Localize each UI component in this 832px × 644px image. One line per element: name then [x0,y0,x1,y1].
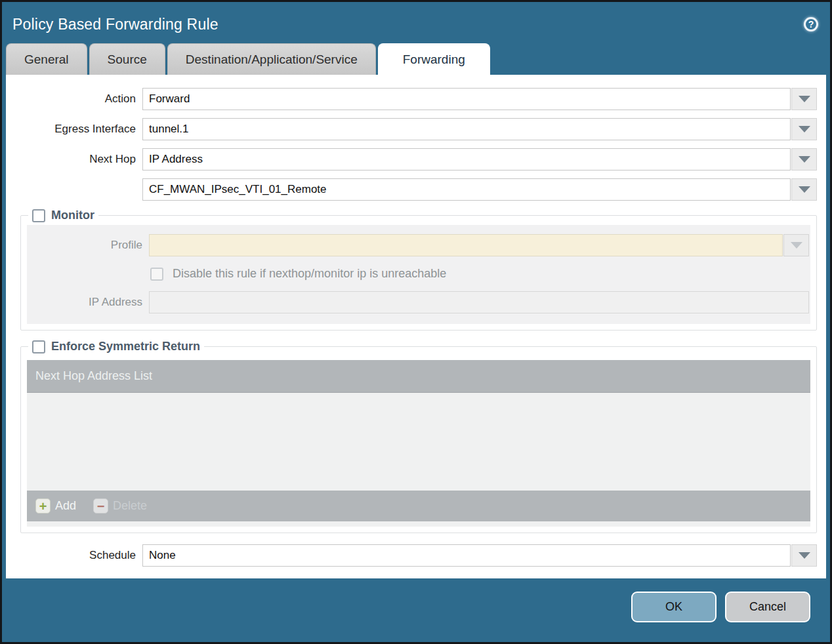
delete-button: − Delete [93,498,147,513]
chevron-down-icon [799,186,810,193]
policy-based-forwarding-rule-dialog: Policy Based Forwarding Rule ? General S… [0,0,832,644]
tab-bar: General Source Destination/Application/S… [2,43,830,75]
cancel-button[interactable]: Cancel [725,592,810,622]
schedule-combo [142,544,817,567]
next-hop-row: Next Hop [15,148,817,171]
next-hop-address-list-body[interactable] [27,393,810,491]
monitor-legend: Monitor [28,209,98,222]
egress-interface-row: Egress Interface [15,118,817,140]
enforce-symmetric-return-legend-label: Enforce Symmetric Return [51,340,200,353]
action-combo [142,88,817,110]
next-hop-combo [142,148,817,171]
chevron-down-icon [799,552,810,559]
minus-icon: − [93,498,108,513]
next-hop-address-list-table: Next Hop Address List + Add − Delete [27,360,810,527]
disable-rule-checkbox [150,268,163,281]
dialog-titlebar: Policy Based Forwarding Rule ? [2,2,830,43]
monitor-ip-address-input [149,291,809,313]
monitor-legend-label: Monitor [51,209,94,222]
help-icon[interactable]: ? [804,17,818,31]
chevron-down-icon [799,96,810,102]
disable-rule-label: Disable this rule if nexthop/monitor ip … [173,267,446,281]
ok-button[interactable]: OK [631,592,717,622]
action-dropdown-button[interactable] [791,88,817,110]
enforce-symmetric-return-legend: Enforce Symmetric Return [28,340,204,353]
chevron-down-icon [799,126,810,132]
add-button-label: Add [55,499,76,513]
egress-interface-label: Egress Interface [15,123,142,136]
action-input[interactable] [142,88,791,110]
enforce-symmetric-return-section: Enforce Symmetric Return Next Hop Addres… [20,340,817,533]
profile-input [149,234,783,256]
monitor-section: Monitor Profile Disable this rule if nex… [20,209,817,331]
monitor-checkbox[interactable] [32,209,45,222]
tab-destination-application-service[interactable]: Destination/Application/Service [167,43,376,75]
chevron-down-icon [799,156,810,163]
disable-rule-row: Disable this rule if nexthop/monitor ip … [150,267,809,281]
egress-interface-dropdown-button[interactable] [791,118,817,140]
table-bottom-strip [27,521,810,527]
monitor-panel: Profile Disable this rule if nexthop/mon… [27,225,810,324]
monitor-ip-address-combo [149,291,809,313]
add-button[interactable]: + Add [35,498,76,513]
chevron-down-icon [791,242,802,249]
enforce-symmetric-return-checkbox[interactable] [32,340,45,353]
next-hop-address-dropdown-button[interactable] [791,178,817,201]
egress-interface-input[interactable] [142,118,791,140]
egress-interface-combo [142,118,817,140]
dialog-footer: OK Cancel [2,578,830,642]
schedule-label: Schedule [15,549,142,562]
plus-icon: + [35,498,51,513]
action-row: Action [15,88,817,110]
forwarding-tab-panel: Action Egress Interface Next Hop [6,75,826,578]
schedule-row: Schedule [15,544,817,567]
next-hop-address-list-toolbar: + Add − Delete [27,491,810,521]
next-hop-type-input[interactable] [142,148,791,171]
profile-label: Profile [27,239,149,252]
monitor-ip-address-label: IP Address [27,296,149,309]
next-hop-address-row [15,178,817,201]
tab-source[interactable]: Source [89,43,165,75]
next-hop-address-combo [142,178,817,201]
schedule-dropdown-button[interactable] [791,544,817,567]
action-label: Action [15,92,142,106]
profile-dropdown-button [783,234,809,256]
dialog-title: Policy Based Forwarding Rule [12,16,218,33]
delete-button-label: Delete [113,499,147,513]
next-hop-address-list-header: Next Hop Address List [27,360,810,393]
next-hop-dropdown-button[interactable] [791,148,817,171]
next-hop-label: Next Hop [15,153,142,166]
tab-forwarding[interactable]: Forwarding [378,43,490,75]
tab-general[interactable]: General [6,43,87,75]
profile-combo [149,234,809,256]
schedule-input[interactable] [142,544,791,567]
next-hop-address-input[interactable] [142,178,791,201]
monitor-ip-address-row: IP Address [27,291,809,313]
profile-row: Profile [27,234,809,256]
